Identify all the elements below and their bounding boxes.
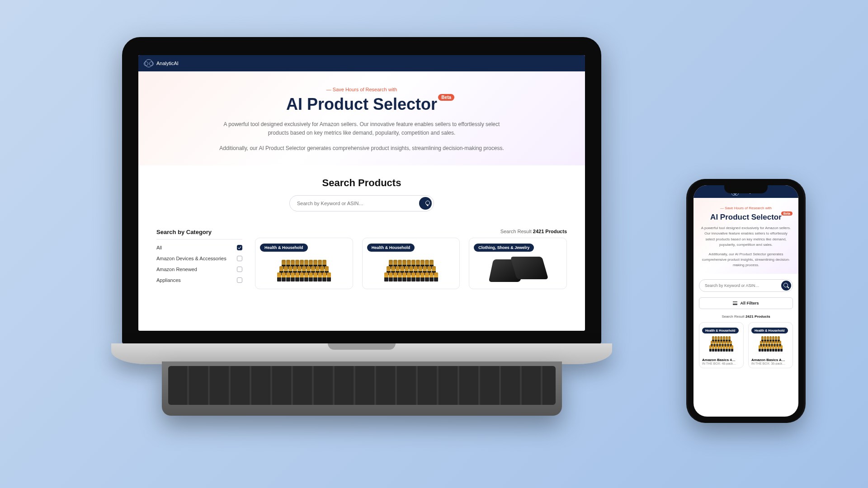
top-nav-mobile: AnalyticAI	[693, 185, 798, 198]
product-subtitle: IN THE BOX: 48-pack…	[702, 362, 741, 365]
beta-badge: Beta	[438, 94, 454, 101]
top-nav: AnalyticAI	[138, 55, 585, 71]
logo-text: AnalyticAI	[156, 61, 179, 66]
phone-viewport: AnalyticAI — Save Hours of Research with…	[693, 185, 798, 417]
hero-title: AI Product Selector Beta	[710, 213, 782, 222]
search-heading: Search Products	[156, 177, 567, 189]
product-card[interactable]: Health & Household	[362, 238, 460, 289]
results-area: Search by Category All Amazon Devices & …	[138, 215, 585, 289]
product-image	[751, 336, 790, 356]
sliders-icon	[733, 301, 737, 305]
batteries-illustration	[382, 257, 440, 282]
category-tag: Health & Household	[702, 328, 739, 333]
hero-title: AI Product Selector Beta	[286, 95, 437, 114]
result-meta-count: 2421 Products	[745, 314, 770, 319]
product-image	[474, 254, 562, 284]
phone-mockup: AnalyticAI — Save Hours of Research with…	[688, 179, 804, 423]
logo-icon	[145, 59, 153, 67]
laptop-keyboard	[162, 361, 562, 416]
search-button[interactable]	[781, 281, 791, 291]
category-label: All	[156, 245, 162, 250]
product-title: Amazon Basics A…	[751, 358, 790, 362]
hero-eyebrow: — Save Hours of Research with	[156, 87, 567, 92]
result-meta-mobile: Search Result 2421 Products	[693, 314, 798, 319]
search-input[interactable]	[705, 283, 781, 288]
laptop-mockup: AnalyticAI — Save Hours of Research with…	[111, 37, 612, 430]
search-icon	[783, 283, 789, 288]
category-label: Appliances	[156, 277, 181, 283]
category-label: Amazon Renewed	[156, 267, 197, 272]
product-card[interactable]: Clothing, Shoes & Jewelry	[469, 238, 567, 289]
hero-desc-2: Additionally, our AI Product Selector ge…	[217, 144, 506, 153]
hero-desc-1: A powerful tool designed exclusively for…	[700, 225, 792, 248]
product-cards-mobile: Health & Household Amazon Basics 4… IN T…	[693, 322, 798, 368]
hero-section-mobile: — Save Hours of Research with AI Product…	[693, 198, 798, 274]
logo-icon	[732, 189, 738, 194]
result-meta-count: 2421 Products	[533, 229, 567, 234]
hero-title-text: AI Product Selector	[286, 95, 437, 113]
search-section: Search Products	[138, 165, 585, 215]
category-title: Search by Category	[156, 229, 242, 239]
product-card[interactable]: Health & Household Amazon Basics 4… IN T…	[699, 322, 744, 368]
product-subtitle: IN THE BOX: 36-pack…	[751, 362, 790, 365]
product-card[interactable]: Health & Household Amazon Basics A… IN T…	[748, 322, 793, 368]
category-panel: Search by Category All Amazon Devices & …	[156, 229, 242, 289]
wallet-illustration	[491, 257, 545, 282]
checkbox-icon[interactable]	[237, 245, 242, 250]
hero-desc-2: Additionally, our AI Product Selector ge…	[700, 252, 792, 268]
checkbox-icon[interactable]	[237, 267, 242, 272]
hero-title-text: AI Product Selector	[710, 213, 782, 221]
checkbox-icon[interactable]	[237, 256, 242, 261]
category-row-renewed[interactable]: Amazon Renewed	[156, 267, 242, 272]
category-tag: Health & Household	[751, 328, 788, 333]
result-meta-prefix: Search Result	[722, 314, 744, 319]
hero-desc-1: A powerful tool designed exclusively for…	[217, 120, 506, 137]
checkbox-icon[interactable]	[237, 277, 242, 283]
category-row-devices[interactable]: Amazon Devices & Accessories	[156, 256, 242, 261]
results-main: Search Result 2421 Products Health & Hou…	[255, 229, 567, 289]
batteries-illustration	[274, 257, 333, 282]
search-icon	[423, 201, 428, 206]
searchbar[interactable]	[289, 195, 434, 211]
search-input[interactable]	[297, 201, 419, 206]
category-tag: Health & Household	[367, 244, 415, 252]
category-tag: Clothing, Shoes & Jewelry	[474, 244, 534, 252]
category-row-appliances[interactable]: Appliances	[156, 277, 242, 283]
search-button[interactable]	[419, 197, 432, 210]
product-title: Amazon Basics 4…	[702, 358, 741, 362]
batteries-illustration	[755, 338, 787, 354]
beta-badge: Beta	[781, 211, 793, 216]
filters-label: All Filters	[740, 301, 759, 305]
product-image	[702, 336, 741, 356]
product-image	[367, 254, 455, 284]
batteries-illustration	[706, 338, 737, 354]
category-row-all[interactable]: All	[156, 245, 242, 250]
filters-button[interactable]: All Filters	[699, 297, 793, 309]
hero-section: — Save Hours of Research with AI Product…	[138, 71, 585, 165]
product-card[interactable]: Health & Household	[255, 238, 353, 289]
laptop-bezel: AnalyticAI — Save Hours of Research with…	[122, 37, 601, 344]
product-cards: Health & Household Health & Household	[255, 238, 567, 289]
product-image	[260, 254, 348, 284]
searchbar-mobile[interactable]	[699, 279, 793, 292]
result-meta-prefix: Search Result	[500, 229, 532, 234]
hero-eyebrow: — Save Hours of Research with	[700, 206, 792, 210]
category-label: Amazon Devices & Accessories	[156, 256, 226, 261]
laptop-viewport: AnalyticAI — Save Hours of Research with…	[138, 55, 585, 331]
result-meta: Search Result 2421 Products	[255, 229, 567, 234]
category-tag: Health & Household	[260, 244, 308, 252]
logo-text: AnalyticAI	[741, 189, 760, 194]
